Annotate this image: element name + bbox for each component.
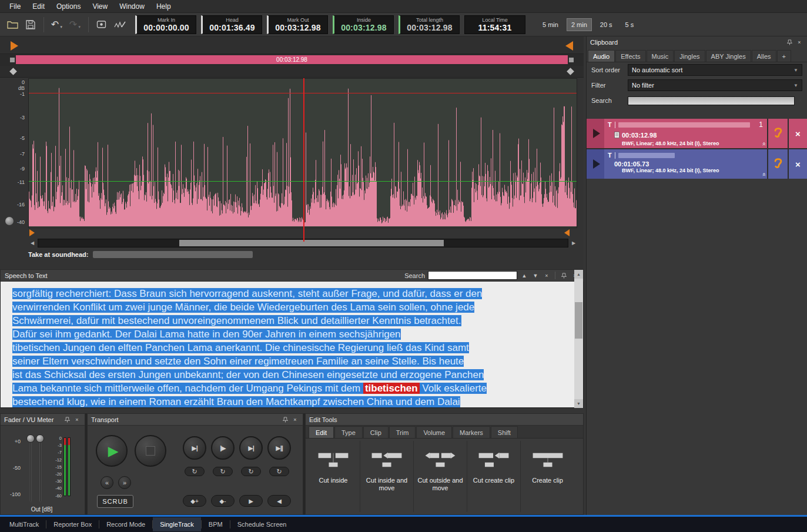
edit-audio-button[interactable] xyxy=(112,17,128,32)
save-button[interactable] xyxy=(23,17,38,32)
stt-text[interactable]: sorgfältig recherchiert: Dass Braun sich… xyxy=(0,282,584,408)
clipboard-tab-alles[interactable]: Alles xyxy=(752,50,776,62)
play-from-in-button[interactable]: ▶| xyxy=(183,436,206,460)
transcript-line[interactable]: ist das Schicksal des ersten Jungen unbe… xyxy=(12,368,565,382)
stop-button[interactable] xyxy=(135,435,166,467)
open-button[interactable] xyxy=(5,17,20,32)
tool-cut-inside-and-move[interactable]: Cut inside and move xyxy=(360,441,414,512)
pin-button[interactable] xyxy=(63,416,71,424)
play-skip-button[interactable]: ▶|| xyxy=(267,436,291,460)
rewind-button[interactable]: « xyxy=(101,476,113,489)
redo-button[interactable]: ↷▼ xyxy=(68,17,83,32)
stt-scrollbar[interactable]: ▲ ▼ xyxy=(574,270,583,408)
screen-tab-singletrack[interactable]: SingleTrack xyxy=(153,517,201,531)
loop-button[interactable]: ↻ xyxy=(185,467,205,476)
clip-diamond-icon[interactable] xyxy=(9,68,17,75)
close-button[interactable]: × xyxy=(291,416,299,424)
screen-tab-bpm[interactable]: BPM xyxy=(202,517,230,531)
screen-tab-multitrack[interactable]: MultiTrack xyxy=(2,517,46,531)
clip-diamond-icon[interactable] xyxy=(567,68,574,75)
edit-tools-tab-trim[interactable]: Trim xyxy=(389,426,416,438)
stt-search-input[interactable] xyxy=(428,271,517,280)
clipboard-tab-audio[interactable]: Audio xyxy=(588,50,615,62)
menu-item-view[interactable]: View xyxy=(86,1,113,12)
mark-out-handle-icon[interactable] xyxy=(565,41,573,51)
scroll-left-button[interactable]: ◀ xyxy=(28,238,36,247)
loop-button[interactable]: ↻ xyxy=(241,467,261,476)
clipboard-search-input[interactable] xyxy=(628,96,795,105)
transcript-line[interactable]: Dafür sei ihm gedankt. Der Dalai Lama ha… xyxy=(12,327,565,341)
clipboard-tab-jingles[interactable]: Jingles xyxy=(674,50,705,62)
item-remove-button[interactable]: × xyxy=(788,119,807,148)
transcript-line[interactable]: sorgfältig recherchiert: Dass Braun sich… xyxy=(12,287,565,300)
search-clear-button[interactable]: × xyxy=(543,272,551,280)
transcript-line[interactable]: verwirrenden Konflikt um zwei junge Männ… xyxy=(12,300,565,314)
transcript-line[interactable]: bestechend klug, wie in einem Roman erzä… xyxy=(12,395,565,408)
transfer-button[interactable] xyxy=(94,17,109,32)
edit-tools-tab-type[interactable]: Type xyxy=(334,426,363,438)
edit-tools-tab-shift[interactable]: Shift xyxy=(491,426,518,438)
fader-knob-right[interactable] xyxy=(36,434,44,443)
range-handle-right[interactable] xyxy=(569,58,574,62)
step-forward-button[interactable]: ▶ xyxy=(239,495,263,507)
loop-button[interactable]: ↻ xyxy=(269,467,289,476)
menu-item-file[interactable]: File xyxy=(4,1,26,12)
clipboard-tab-music[interactable]: Music xyxy=(647,50,674,62)
scrub-button[interactable]: SCRUB xyxy=(97,495,133,508)
mark-in-handle-icon[interactable] xyxy=(11,41,18,51)
transcript-line[interactable]: Schwärmerei, dafür mit bestechend unvore… xyxy=(12,314,565,327)
search-clear-button[interactable]: × xyxy=(798,96,802,105)
edit-tools-tab-volume[interactable]: Volume xyxy=(416,426,452,438)
mark-out-icon[interactable] xyxy=(564,229,570,236)
item-remove-button[interactable]: × xyxy=(788,149,807,179)
close-button[interactable]: × xyxy=(73,416,81,424)
menu-item-edit[interactable]: Edit xyxy=(26,1,51,12)
item-prelisten-button[interactable] xyxy=(767,119,788,148)
zoom-button-2-min[interactable]: 2 min xyxy=(567,18,592,31)
fader-knob-left[interactable] xyxy=(26,434,35,443)
selection-range-bar[interactable]: 00:03:12.98 xyxy=(16,55,568,64)
transcript-line[interactable]: Lama bekannte sich mittlerweile offen, n… xyxy=(12,382,565,395)
playhead-cursor[interactable] xyxy=(303,78,304,242)
transcript-line[interactable]: seiner Eltern verschwinden und setzte de… xyxy=(12,354,565,368)
delete-marker-button[interactable]: ◆- xyxy=(211,495,235,507)
forward-button[interactable]: » xyxy=(118,476,131,489)
item-play-button[interactable] xyxy=(587,119,604,148)
clipboard-item[interactable]: T100:03:12.98BWF, Linear; 48.0 kHz, 24 b… xyxy=(587,119,807,148)
tool-create-clip[interactable]: Create clip xyxy=(521,441,574,512)
scroll-up-button[interactable]: ▲ xyxy=(574,270,583,279)
stt-scroll-thumb[interactable] xyxy=(575,302,582,339)
transcript-line[interactable]: tibetischen Jungen den elften Panchen La… xyxy=(12,341,565,354)
menu-item-window[interactable]: Window xyxy=(113,1,150,12)
clipboard-tab-effects[interactable]: Effects xyxy=(615,50,645,62)
loop-button[interactable]: ↻ xyxy=(213,467,233,476)
play-to-out-button[interactable]: ▶| xyxy=(239,436,263,460)
edit-tools-tab-clip[interactable]: Clip xyxy=(363,426,389,438)
clipboard-item[interactable]: T00:01:05.73BWF, Linear; 48.0 kHz, 24 bi… xyxy=(587,149,807,179)
overview-strip[interactable] xyxy=(0,36,584,54)
pin-button[interactable] xyxy=(281,416,289,424)
clipboard-tab-aby-jingles[interactable]: ABY Jingles xyxy=(706,50,751,62)
sort-order-select[interactable]: No automatic sort ▼ xyxy=(628,64,802,76)
tool-cut-inside[interactable]: Cut inside xyxy=(307,441,360,512)
level-knob[interactable] xyxy=(5,217,14,225)
tool-cut-create-clip[interactable]: Cut create clip xyxy=(467,441,521,512)
waveform-display[interactable] xyxy=(29,79,577,227)
tool-cut-outside-and-move[interactable]: Cut outside and move xyxy=(414,441,467,512)
zoom-button-5-min[interactable]: 5 min xyxy=(538,18,563,31)
filter-select[interactable]: No filter ▼ xyxy=(628,79,802,91)
pin-button[interactable] xyxy=(560,272,568,280)
item-prelisten-button[interactable] xyxy=(767,149,788,179)
clipboard-tab-plus[interactable]: + xyxy=(777,50,791,62)
scroll-down-button[interactable]: ▼ xyxy=(574,399,583,408)
item-play-button[interactable] xyxy=(587,149,604,179)
zoom-button-5-s[interactable]: 5 s xyxy=(621,18,639,31)
close-button[interactable]: × xyxy=(795,38,803,46)
scroll-right-button[interactable]: ▶ xyxy=(570,238,578,247)
edit-tools-tab-markers[interactable]: Markers xyxy=(453,426,490,438)
screen-tab-schedule-screen[interactable]: Schedule Screen xyxy=(230,517,294,531)
range-handle-left[interactable] xyxy=(10,58,15,62)
pin-button[interactable] xyxy=(785,38,793,46)
undo-button[interactable]: ↶▼ xyxy=(49,17,65,32)
mark-in-icon[interactable] xyxy=(29,229,35,236)
